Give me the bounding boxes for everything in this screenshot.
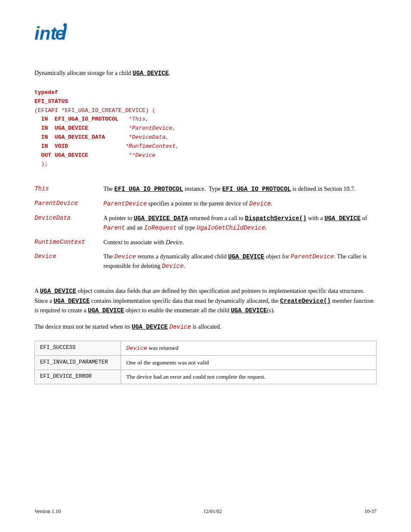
svg-point-3 <box>63 23 67 27</box>
param-row-runtimecontext: RuntimeContext Context to associate with… <box>34 235 377 249</box>
intro-paragraph: Dynamically allocate storage for a child… <box>34 68 377 78</box>
status-desc-invalid-param: One of the arguments was not valid <box>121 355 377 370</box>
param-row-devicedata: DeviceData A pointer to UGA_DEVICE_DATA … <box>34 211 377 235</box>
status-code-success: EFI_SUCCESS <box>35 341 121 355</box>
param-name-devicedata: DeviceData <box>34 211 103 235</box>
status-row-invalid-param: EFI_INVALID_PARAMETER One of the argumen… <box>35 355 377 370</box>
param-name-this: This <box>34 182 103 196</box>
status-row-success: EFI_SUCCESS Device was returned <box>35 341 377 355</box>
status-table: EFI_SUCCESS Device was returned EFI_INVA… <box>34 341 377 385</box>
param-name-device: Device <box>34 249 103 274</box>
param-row-parentdevice: ParentDevice ParentDevice specifies a po… <box>34 196 377 211</box>
body-paragraph-2: The device must not be started when its … <box>34 322 377 332</box>
param-name-runtimecontext: RuntimeContext <box>34 235 103 249</box>
param-desc-device: The Device returns a dynamically allocat… <box>103 249 377 274</box>
body-paragraph-1: A UGA_DEVICE object contains data fields… <box>34 286 377 315</box>
status-desc-success: Device was returned <box>121 341 377 355</box>
footer-page: 10-37 <box>364 508 377 515</box>
status-code-invalid-param: EFI_INVALID_PARAMETER <box>35 355 121 370</box>
status-desc-device-error: The device had an error and could not co… <box>121 370 377 384</box>
svg-text:int: int <box>34 23 57 43</box>
footer-version: Version 1.10 <box>34 508 61 515</box>
params-table: This The EFI_UGA_IO_PROTOCOL instance. T… <box>34 182 377 274</box>
param-desc-this: The EFI_UGA_IO_PROTOCOL instance. Type E… <box>103 182 377 196</box>
param-name-parentdevice: ParentDevice <box>34 196 103 211</box>
param-desc-parentdevice: ParentDevice specifies a pointer to the … <box>103 196 377 211</box>
status-row-device-error: EFI_DEVICE_ERROR The device had an error… <box>35 370 377 384</box>
footer-date: 12/01/02 <box>203 508 222 515</box>
status-code-device-error: EFI_DEVICE_ERROR <box>35 370 121 384</box>
code-block: typedef EFI_STATUS (EFIAPI *EFI_UGA_IO_C… <box>34 88 377 169</box>
param-desc-devicedata: A pointer to UGA_DEVICE_DATA returned fr… <box>103 211 377 235</box>
intro-highlight: UGA_DEVICE <box>133 70 169 77</box>
footer: Version 1.10 12/01/02 10-37 <box>34 508 377 515</box>
param-row-this: This The EFI_UGA_IO_PROTOCOL instance. T… <box>34 182 377 196</box>
param-row-device: Device The Device returns a dynamically … <box>34 249 377 274</box>
page: int e l Dynamically allocate storage for… <box>0 0 411 532</box>
logo: int e l <box>34 22 377 45</box>
param-desc-runtimecontext: Context to associate with Device. <box>103 235 377 249</box>
